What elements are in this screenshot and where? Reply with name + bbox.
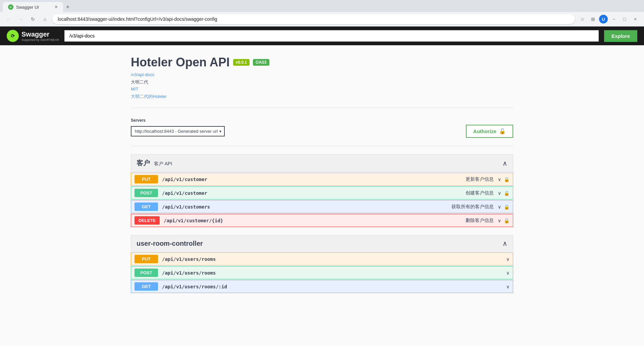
browser-tabs: S Swagger UI × + bbox=[0, 0, 644, 12]
extensions-button[interactable]: ⊞ bbox=[588, 14, 598, 24]
post-users-rooms-chevron-icon: ∨ bbox=[506, 270, 509, 276]
api-groups: 客户 客户 API ∧ PUT /api/v1/customer 更新客户信息 … bbox=[131, 154, 513, 293]
back-button[interactable]: ← bbox=[4, 14, 13, 24]
api-group-user-room-title-row: user-room-controller bbox=[137, 240, 203, 247]
get-customers-lock-icon: 🔒 bbox=[504, 204, 509, 210]
get-customers-chevron-icon: ∨ bbox=[498, 204, 501, 210]
address-input[interactable] bbox=[52, 14, 575, 24]
method-get-users-rooms-id-badge: GET bbox=[135, 282, 158, 291]
put-customer-chevron-icon: ∨ bbox=[498, 177, 501, 182]
delete-customer-chevron-icon: ∨ bbox=[498, 218, 501, 223]
put-customer-right: ∨ 🔒 bbox=[498, 177, 509, 182]
put-customer-lock-icon: 🔒 bbox=[504, 177, 509, 182]
delete-customer-summary: 删除客户信息 bbox=[466, 218, 494, 224]
browser-actions: ☆ ⊞ U − □ × bbox=[578, 14, 640, 24]
put-customer-summary: 更新客户信息 bbox=[466, 176, 494, 182]
explore-button[interactable]: Explore bbox=[604, 30, 637, 42]
post-customer-lock-icon: 🔒 bbox=[504, 190, 509, 196]
servers-row: http://localhost:8443 - Generated server… bbox=[131, 125, 513, 138]
post-users-rooms-path: /api/v1/users/rooms bbox=[162, 270, 498, 276]
swagger-logo-sub: Supported by SMARTBEAR bbox=[21, 38, 59, 42]
api-group-customers-header[interactable]: 客户 客户 API ∧ bbox=[131, 154, 513, 172]
put-users-rooms-right: ∨ bbox=[506, 256, 509, 262]
api-group-customers-subtitle: 客户 API bbox=[154, 161, 172, 166]
servers-section: Servers http://localhost:8443 - Generate… bbox=[131, 118, 513, 138]
post-customer-chevron-icon: ∨ bbox=[498, 190, 501, 196]
get-customers-summary: 获取所有的客户信息 bbox=[451, 204, 494, 210]
endpoint-get-users-rooms-id[interactable]: GET /api/v1/users/rooms/:id ∨ bbox=[131, 280, 513, 293]
get-users-rooms-id-right: ∨ bbox=[506, 284, 509, 289]
swagger-logo: ⟳ Swagger Supported by SMARTBEAR bbox=[7, 30, 59, 42]
home-button[interactable]: ⌂ bbox=[40, 14, 50, 24]
put-users-rooms-path: /api/v1/users/rooms bbox=[162, 256, 498, 262]
swagger-logo-icon: ⟳ bbox=[7, 30, 19, 42]
swagger-url-input[interactable] bbox=[64, 30, 599, 42]
api-docs-link[interactable]: /v3/api-docs bbox=[131, 72, 513, 77]
author-link[interactable]: 大明二代的Hoteler bbox=[131, 94, 513, 100]
close-window-button[interactable]: × bbox=[631, 14, 640, 24]
tab-title: Swagger UI bbox=[16, 5, 52, 10]
collapse-customers-icon: ∧ bbox=[502, 159, 507, 167]
authorize-button[interactable]: Authorize 🔓 bbox=[466, 125, 513, 138]
lock-icon: 🔓 bbox=[499, 128, 506, 134]
method-get-badge: GET bbox=[135, 203, 158, 211]
post-customer-summary: 创建客户信息 bbox=[466, 190, 494, 196]
restore-button[interactable]: □ bbox=[620, 14, 629, 24]
api-group-user-room-title: user-room-controller bbox=[137, 240, 203, 247]
get-customers-path: /api/v1/customers bbox=[162, 204, 447, 210]
minimize-button[interactable]: − bbox=[609, 14, 619, 24]
endpoint-delete-customer[interactable]: DELETE /api/v1/customer/{id} 删除客户信息 ∨ 🔒 bbox=[131, 214, 513, 227]
api-group-user-room: user-room-controller ∧ PUT /api/v1/users… bbox=[131, 235, 513, 293]
endpoint-post-users-rooms[interactable]: POST /api/v1/users/rooms ∨ bbox=[131, 266, 513, 279]
method-put-users-rooms-badge: PUT bbox=[135, 255, 158, 263]
swagger-topbar: ⟳ Swagger Supported by SMARTBEAR Explore bbox=[0, 26, 644, 45]
servers-select-wrapper: http://localhost:8443 - Generated server… bbox=[131, 126, 225, 136]
active-tab[interactable]: S Swagger UI × bbox=[3, 2, 63, 12]
delete-customer-lock-icon: 🔒 bbox=[504, 218, 509, 223]
forward-button[interactable]: → bbox=[16, 14, 25, 24]
api-group-user-room-header[interactable]: user-room-controller ∧ bbox=[131, 235, 513, 252]
collapse-user-room-icon: ∧ bbox=[502, 239, 507, 247]
bookmark-button[interactable]: ☆ bbox=[578, 14, 587, 24]
api-group-customers-title: 客户 bbox=[137, 159, 150, 167]
license-link[interactable]: MIT bbox=[131, 86, 513, 92]
servers-select[interactable]: http://localhost:8443 - Generated server… bbox=[131, 126, 225, 136]
swagger-content: Hoteler Open API v0.0.1 OAS3 /v3/api-doc… bbox=[124, 45, 520, 311]
api-title-row: Hoteler Open API v0.0.1 OAS3 bbox=[131, 55, 513, 69]
new-tab-button[interactable]: + bbox=[63, 2, 72, 12]
api-group-customers-title-row: 客户 客户 API bbox=[137, 159, 172, 168]
get-customers-right: ∨ 🔒 bbox=[498, 204, 509, 210]
get-users-rooms-id-chevron-icon: ∨ bbox=[506, 284, 509, 289]
delete-customer-right: ∨ 🔒 bbox=[498, 218, 509, 223]
method-put-badge: PUT bbox=[135, 175, 158, 183]
swagger-logo-text: Swagger bbox=[21, 31, 49, 38]
divider bbox=[131, 108, 513, 108]
api-author: 大明二代 bbox=[131, 79, 513, 85]
address-bar: ← → ↻ ⌂ ☆ ⊞ U − □ × bbox=[0, 12, 644, 26]
swagger-logo-text-block: Swagger Supported by SMARTBEAR bbox=[21, 31, 59, 42]
delete-customer-path: /api/v1/customer/{id} bbox=[164, 218, 462, 223]
browser-chrome: S Swagger UI × + ← → ↻ ⌂ ☆ ⊞ U − □ × bbox=[0, 0, 644, 26]
version-badge: v0.0.1 bbox=[233, 59, 250, 66]
method-post-users-rooms-badge: POST bbox=[135, 269, 158, 277]
api-title: Hoteler Open API bbox=[131, 55, 230, 69]
post-customer-right: ∨ 🔒 bbox=[498, 190, 509, 196]
api-group-customers: 客户 客户 API ∧ PUT /api/v1/customer 更新客户信息 … bbox=[131, 154, 513, 227]
get-users-rooms-id-path: /api/v1/users/rooms/:id bbox=[162, 284, 498, 289]
put-customer-path: /api/v1/customer bbox=[162, 177, 462, 182]
method-delete-badge: DELETE bbox=[135, 216, 160, 225]
authorize-label: Authorize bbox=[473, 128, 496, 134]
refresh-button[interactable]: ↻ bbox=[28, 14, 38, 24]
endpoint-put-users-rooms[interactable]: PUT /api/v1/users/rooms ∨ bbox=[131, 252, 513, 266]
endpoint-get-customers[interactable]: GET /api/v1/customers 获取所有的客户信息 ∨ 🔒 bbox=[131, 200, 513, 213]
user-avatar[interactable]: U bbox=[599, 15, 608, 23]
tab-favicon: S bbox=[8, 4, 13, 10]
endpoint-put-customer[interactable]: PUT /api/v1/customer 更新客户信息 ∨ 🔒 bbox=[131, 173, 513, 186]
post-customer-path: /api/v1/customer bbox=[162, 190, 462, 196]
method-post-badge: POST bbox=[135, 189, 158, 197]
endpoint-post-customer[interactable]: POST /api/v1/customer 创建客户信息 ∨ 🔒 bbox=[131, 186, 513, 199]
oas3-badge: OAS3 bbox=[253, 59, 269, 66]
servers-label: Servers bbox=[131, 118, 513, 123]
tab-close-button[interactable]: × bbox=[55, 4, 58, 10]
put-users-rooms-chevron-icon: ∨ bbox=[506, 256, 509, 262]
